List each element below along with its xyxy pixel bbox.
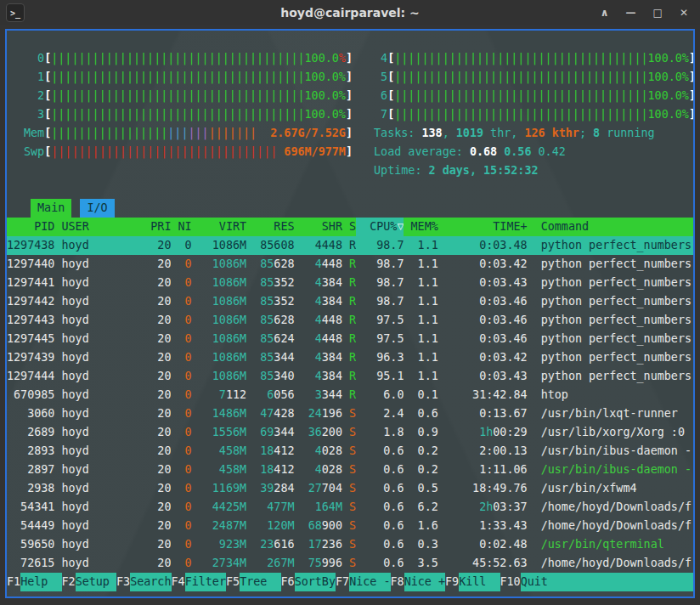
cpu-percent-sign: %: [339, 89, 346, 102]
shade-button[interactable]: ∧: [601, 8, 609, 18]
process-row[interactable]: 54449hoyd2002487M120M68900S0.61.61:33.43…: [7, 517, 693, 535]
column-header-cmd[interactable]: Command: [528, 218, 693, 236]
mem-percent: 1.1: [418, 370, 438, 382]
cell-mem: 0.9: [404, 423, 438, 442]
column-header-ni[interactable]: NI: [171, 218, 191, 236]
state-value: S: [349, 500, 356, 513]
process-row[interactable]: 1297445hoyd2001086M856244448R97.51.10:03…: [7, 330, 693, 348]
fkey-f2-setup[interactable]: F2Setup: [62, 573, 117, 591]
column-header-pri[interactable]: PRI: [137, 218, 171, 236]
priority-value: 20: [157, 463, 171, 476]
cell-pri: 20: [137, 274, 171, 292]
column-header-time[interactable]: TIME+: [438, 218, 528, 236]
process-row[interactable]: 3060hoyd2001486M4742824196S2.40.60:13.67…: [7, 404, 693, 423]
minimize-button[interactable]: —: [626, 8, 636, 18]
process-row[interactable]: 72615hoyd2002734M267M75996S0.63.545:52.6…: [7, 554, 693, 573]
shr-value-mb: 4: [315, 257, 322, 270]
process-row[interactable]: 2689hoyd2001556M6934436200S1.80.91h00:29…: [7, 423, 693, 442]
priority-value: 20: [157, 351, 171, 364]
cpu-percent: 0.6: [383, 500, 404, 513]
column-header-cpu[interactable]: CPU%▽: [356, 218, 404, 236]
process-row[interactable]: 2893hoyd200458M184124028S0.60.22:00.13/u…: [7, 442, 693, 461]
cell-pid: 1297445: [7, 330, 54, 348]
close-button[interactable]: ✕: [680, 8, 688, 18]
cell-shr: 4384: [295, 367, 342, 386]
user-value: hoyd: [61, 500, 88, 513]
res-value-kb: 628: [274, 257, 294, 270]
virt-value: 1086M: [212, 332, 246, 345]
cell-pri: 20: [137, 255, 171, 274]
cell-res: 85344: [246, 348, 294, 367]
virt-value: 1086M: [212, 295, 246, 308]
command-value: python perfect_numbers: [541, 257, 692, 270]
process-row[interactable]: 1297442hoyd2001086M853524384R98.71.10:03…: [7, 292, 693, 311]
column-header-shr[interactable]: SHR: [295, 218, 342, 236]
cell-shr: 24196: [295, 404, 342, 423]
pid-value: 1297445: [7, 332, 54, 345]
shr-value-kb: 448: [322, 239, 342, 252]
meter-pipes-green: |||||||||||||||||||||||||||||||||||||: [51, 108, 304, 121]
fkey-f5-tree[interactable]: F5Tree: [226, 573, 281, 591]
cell-user: hoyd: [54, 404, 137, 423]
process-row[interactable]: 1297443hoyd2001086M856284448R97.51.10:03…: [7, 311, 693, 330]
column-header-label: PID: [34, 220, 54, 233]
column-header-user[interactable]: USER: [54, 218, 137, 236]
virt-value: 1169M: [212, 482, 246, 495]
tab-main[interactable]: Main: [31, 199, 71, 218]
process-row[interactable]: 1297441hoyd2001086M853524384R98.71.10:03…: [7, 274, 693, 292]
fkey-f3-search[interactable]: F3Search: [116, 573, 172, 591]
cell-time: 0:13.67: [438, 404, 528, 423]
process-row[interactable]: 670985hoyd200711260563344R6.00.131:42.84…: [7, 386, 693, 404]
cell-cmd: python perfect_numbers: [528, 348, 693, 367]
fkey-f10-quit[interactable]: F10Quit: [500, 573, 694, 591]
maximize-button[interactable]: □: [653, 8, 663, 18]
res-value-kb: 344: [274, 426, 294, 438]
process-row[interactable]: 2938hoyd2001169M3928427704S0.60.518:49.7…: [7, 479, 693, 498]
cpu-percent: 0.6: [383, 519, 404, 532]
process-row[interactable]: 2897hoyd200458M184124028S0.60.21:11.06/u…: [7, 461, 693, 479]
titlebar[interactable]: >_ hoyd@cairparavel: ~ ∧—□✕: [0, 0, 700, 25]
fkey-number: F3: [116, 573, 130, 591]
fkey-f4-filter[interactable]: F4Filter: [172, 573, 227, 591]
tab-io[interactable]: I/O: [80, 199, 114, 218]
cell-res: 120M: [246, 517, 294, 535]
tasks-summary-segment: 8: [593, 127, 600, 139]
process-row[interactable]: 59650hoyd200923M2361617236S0.60.30:02.48…: [7, 535, 693, 554]
meter-open-bracket: [: [387, 108, 394, 121]
cell-cpu: 95.1: [356, 367, 404, 386]
fkey-f6-sortby[interactable]: F6SortBy: [281, 573, 336, 591]
meter-bar: |||||||||||||||||||||||||||||||||||||100…: [51, 68, 346, 87]
cpu-meter-2: 2[|||||||||||||||||||||||||||||||||||||1…: [24, 87, 353, 105]
meter-pipes-green: |||||||||||||||||||||||||||||||||||||: [394, 52, 647, 65]
fkey-f1-help[interactable]: F1Help: [7, 573, 62, 591]
user-value: hoyd: [61, 407, 88, 420]
process-row[interactable]: 1297439hoyd2001086M853444384R96.31.10:03…: [7, 348, 693, 367]
fkey-f8-nice+[interactable]: F8Nice +: [391, 573, 446, 591]
shr-value-mb: 17: [308, 538, 322, 551]
cell-shr: 3344: [295, 386, 342, 404]
cell-virt: 1086M: [192, 292, 246, 311]
fkey-f7-nice-[interactable]: F7Nice -: [336, 573, 391, 591]
cell-pri: 20: [137, 423, 171, 442]
column-header-virt[interactable]: VIRT: [192, 218, 246, 236]
htop-screen: 0[|||||||||||||||||||||||||||||||||||||1…: [5, 29, 695, 598]
process-row[interactable]: 1297444hoyd2001086M853404384R95.11.10:03…: [7, 367, 693, 386]
column-header-res[interactable]: RES: [246, 218, 294, 236]
cpu-percent: 95.1: [376, 370, 404, 382]
column-header-pid[interactable]: PID: [7, 218, 54, 236]
fkey-f9-kill[interactable]: F9Kill: [445, 573, 500, 591]
process-row[interactable]: 54341hoyd2004425M477M164MS0.66.22h03:37/…: [7, 498, 693, 517]
priority-value: 20: [157, 276, 171, 289]
cell-ni: 0: [171, 255, 191, 274]
cell-user: hoyd: [54, 274, 137, 292]
column-header-s[interactable]: S: [342, 218, 356, 236]
meter-pipes-green: |||||||||||||||||||||||||||||||||||||: [51, 89, 304, 102]
cell-res: 6056: [246, 386, 294, 404]
process-row[interactable]: 1297438hoyd2001086M856084448R98.71.10:03…: [7, 236, 693, 255]
virt-value: 1086M: [212, 351, 246, 364]
memory-meter: Mem[||||||||||||||||||||||||||||||2.67G/…: [24, 124, 353, 143]
process-row[interactable]: 1297440hoyd2001086M856284448R98.71.10:03…: [7, 255, 693, 274]
cell-virt: 1086M: [192, 255, 246, 274]
column-header-mem[interactable]: MEM%: [404, 218, 438, 236]
virt-value: 1086M: [212, 276, 246, 289]
